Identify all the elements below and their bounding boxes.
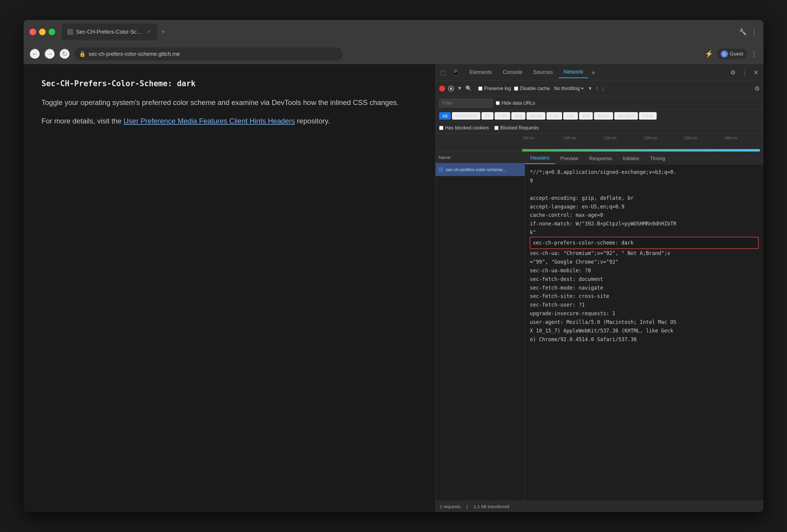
export-icon[interactable]: ↓ — [601, 85, 604, 92]
network-request-list: Name sec-ch-prefers-color-scheme... — [435, 152, 525, 501]
filter-type-media[interactable]: Media — [527, 112, 545, 119]
devtools-tab-icons: ⬚ 📱 — [439, 67, 461, 78]
new-tab-button[interactable]: + — [159, 26, 167, 38]
title-bar: Sec-CH-Prefers-Color-Schem… × + 🔧 ⋮ — [24, 20, 763, 44]
filter-icon[interactable]: ▼ — [457, 85, 463, 92]
menu-dots-icon[interactable]: ⋮ — [751, 28, 758, 36]
filter-type-doc[interactable]: Doc — [563, 112, 578, 119]
disable-cache-checkbox[interactable] — [514, 87, 518, 91]
network-request-row[interactable]: sec-ch-prefers-color-scheme... — [435, 163, 525, 176]
tab-timing[interactable]: Timing — [645, 153, 671, 164]
headers-content: *//*;q=0.8,application/signed-exchange;v… — [525, 164, 763, 501]
network-right-tabs: Headers Preview Response Initiator Timin… — [525, 152, 763, 164]
timeline-area: 50 ms 100 ms 150 ms 200 ms 250 ms 300 ms — [435, 134, 763, 152]
transferred-size: 1.1 kB transferred — [474, 504, 509, 509]
cast-icon[interactable]: ⚡ — [705, 50, 713, 58]
throttle-select[interactable]: No throttling — [553, 86, 585, 91]
header-line-sec-fetch-dest: sec-fetch-dest: document — [530, 275, 759, 284]
filter-bar: Hide data URLs — [435, 96, 763, 110]
maximize-traffic-light[interactable] — [49, 29, 55, 35]
tab-favicon — [67, 29, 73, 35]
header-line-sec-fetch-site: sec-fetch-site: cross-site — [530, 292, 759, 301]
search-icon[interactable]: 🔍 — [465, 85, 472, 92]
disable-cache-label[interactable]: Disable cache — [514, 86, 550, 91]
tab-close-button[interactable]: × — [146, 29, 152, 35]
has-blocked-cookies-label[interactable]: Has blocked cookies — [439, 125, 489, 131]
inspector-icon[interactable]: ⬚ — [439, 67, 448, 78]
header-line-user-agent: user-agent: Mozilla/5.0 (Macintosh; Inte… — [530, 318, 759, 344]
record-button[interactable] — [439, 86, 445, 92]
blocked-requests-checkbox[interactable] — [494, 126, 498, 130]
throttle-chevron-icon[interactable]: ▼ — [588, 86, 593, 91]
settings-icon[interactable]: ⚙ — [728, 67, 738, 78]
more-tabs-button[interactable]: » — [589, 68, 597, 77]
settings-small-icon[interactable]: ⚙ — [754, 85, 760, 92]
devtools-tab-bar: ⬚ 📱 Elements Console Sources Network » ⚙… — [435, 64, 763, 81]
tab-preview[interactable]: Preview — [555, 153, 583, 164]
lock-icon: 🔒 — [79, 51, 86, 57]
network-split: Name sec-ch-prefers-color-scheme... Head… — [435, 152, 763, 501]
filter-type-js[interactable]: JS — [482, 112, 493, 119]
hide-urls-checkbox[interactable] — [496, 101, 500, 105]
browser-menu-button[interactable]: ⋮ — [751, 50, 758, 58]
refresh-button[interactable]: ↻ — [59, 49, 70, 59]
close-traffic-light[interactable] — [29, 29, 36, 35]
more-options-icon[interactable]: ⋮ — [740, 67, 749, 78]
filter-type-manifest[interactable]: Manifest — [614, 112, 638, 119]
tab-title: Sec-CH-Prefers-Color-Schem… — [76, 29, 143, 35]
forward-button[interactable]: → — [44, 49, 55, 59]
stop-button[interactable] — [448, 86, 454, 92]
browser-tab[interactable]: Sec-CH-Prefers-Color-Schem… × — [62, 24, 157, 40]
filter-type-fetchxhr[interactable]: Fetch/XHR — [452, 112, 480, 119]
preserve-log-label[interactable]: Preserve log — [478, 86, 511, 91]
request-type-icon — [439, 167, 443, 172]
header-line-sec-fetch-mode: sec-fetch-mode: navigate — [530, 284, 759, 292]
preserve-log-checkbox[interactable] — [478, 87, 483, 91]
has-blocked-cookies-checkbox[interactable] — [439, 126, 443, 130]
device-icon[interactable]: 📱 — [450, 67, 461, 78]
close-devtools-icon[interactable]: ✕ — [752, 67, 761, 78]
filter-type-font[interactable]: Font — [547, 112, 562, 119]
minimize-traffic-light[interactable] — [39, 29, 46, 35]
page-para2-prefix: For more details, visit the — [41, 117, 124, 125]
filter-input[interactable] — [439, 99, 493, 108]
devtools-status-bar: 1 requests | 1.1 kB transferred — [435, 501, 763, 512]
import-icon[interactable]: ↑ — [595, 85, 598, 92]
name-column-header: Name — [439, 155, 450, 160]
tab-initiator[interactable]: Initiator — [617, 153, 645, 164]
tab-headers[interactable]: Headers — [525, 153, 555, 164]
page-paragraph-1: Toggle your operating system's preferred… — [41, 97, 417, 108]
page-para2-link[interactable]: User Preference Media Features Client Hi… — [124, 117, 295, 125]
browser-actions: ⚡ G Guest ⋮ — [705, 49, 758, 59]
tab-network[interactable]: Network — [559, 66, 588, 78]
filter-type-wasm[interactable]: Wasm — [594, 112, 613, 119]
filter-type-other[interactable]: Other — [639, 112, 657, 119]
url-text: sec-ch-prefers-color-scheme.glitch.me — [89, 51, 338, 57]
filter-type-ws[interactable]: WS — [579, 112, 593, 119]
url-bar[interactable]: 🔒 sec-ch-prefers-color-scheme.glitch.me — [74, 47, 343, 61]
profile-icon: G — [721, 50, 728, 58]
filter-type-img[interactable]: Img — [511, 112, 525, 119]
filter-type-all[interactable]: All — [439, 112, 451, 119]
address-bar: ← → ↻ 🔒 sec-ch-prefers-color-scheme.glit… — [24, 44, 763, 64]
tab-response[interactable]: Response — [584, 153, 618, 164]
profile-name: Guest — [730, 51, 743, 57]
request-name: sec-ch-prefers-color-scheme... — [446, 167, 506, 172]
blocked-requests-label[interactable]: Blocked Requests — [494, 125, 539, 131]
header-line-blank — [530, 185, 759, 194]
devtools-icon[interactable]: 🔧 — [739, 28, 747, 36]
divider-pipe: | — [467, 504, 468, 509]
tab-console[interactable]: Console — [498, 67, 527, 78]
tab-sources[interactable]: Sources — [528, 67, 558, 78]
back-button[interactable]: ← — [29, 49, 40, 59]
tab-elements[interactable]: Elements — [465, 67, 497, 78]
profile-button[interactable]: G Guest — [717, 49, 747, 59]
hide-urls-label[interactable]: Hide data URLs — [496, 101, 535, 106]
requests-count: 1 requests — [440, 504, 461, 509]
filter-type-css[interactable]: CSS — [495, 112, 510, 119]
network-list-header: Name — [435, 152, 525, 163]
header-line-accept-language: accept-language: en-US,en;q=0.9 — [530, 202, 759, 211]
devtools-settings-icons: ⚙ ⋮ ✕ — [728, 67, 761, 78]
header-line-if-none-match: if-none-match: W/"392-B+pCtpzl+pyWUSHMRn… — [530, 220, 759, 237]
traffic-lights — [29, 29, 55, 35]
